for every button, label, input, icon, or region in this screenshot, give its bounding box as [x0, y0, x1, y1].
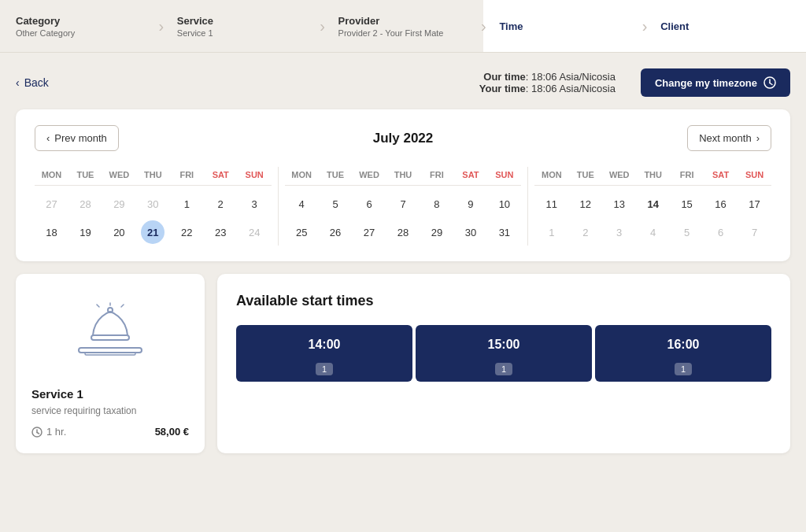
time-slot-1600[interactable]: 16:00 1: [595, 325, 771, 382]
available-times-title: Available start times: [236, 293, 771, 309]
day-header-thu-1: THU: [136, 167, 170, 183]
date-cell[interactable]: 30: [459, 220, 482, 244]
service-bell-icon: [71, 302, 150, 365]
date-cell[interactable]: 30: [141, 192, 165, 216]
change-timezone-button[interactable]: Change my timezone: [641, 68, 790, 97]
date-cell[interactable]: 31: [493, 220, 516, 244]
svg-point-4: [108, 308, 113, 312]
back-timezone-row: ‹ Back Our time: 18:06 Asia/Nicosia Your…: [16, 68, 790, 97]
breadcrumb-item-time[interactable]: Time ›: [483, 0, 645, 52]
date-cell[interactable]: 12: [574, 192, 597, 216]
date-cell[interactable]: 1: [540, 220, 564, 244]
day-header-mon-2: MON: [285, 167, 319, 183]
next-month-button[interactable]: Next month ›: [687, 125, 771, 151]
breadcrumb-item-category[interactable]: Category Other Category ›: [0, 0, 161, 52]
date-cell[interactable]: 3: [242, 192, 266, 216]
date-cell[interactable]: 28: [391, 220, 415, 244]
date-cell[interactable]: 27: [39, 192, 63, 216]
svg-line-9: [121, 305, 124, 307]
date-cell[interactable]: 22: [175, 220, 198, 244]
back-label: Back: [24, 76, 49, 89]
calendar-title: July 2022: [373, 131, 434, 146]
day-header-wed-2: WED: [353, 167, 386, 183]
date-cell[interactable]: 28: [73, 192, 97, 216]
time-slot-badge-2: 1: [495, 363, 512, 375]
day-header-fri-3: FRI: [670, 167, 704, 183]
date-cell[interactable]: 18: [39, 220, 63, 244]
week-block-3: MON TUE WED THU FRI SAT SUN 11 12 13 14 …: [534, 167, 771, 246]
svg-line-7: [97, 305, 99, 307]
date-cell[interactable]: 23: [209, 220, 232, 244]
date-cell[interactable]: 2: [209, 192, 232, 216]
our-time-value: 18:06 Asia/Nicosia: [531, 71, 616, 83]
breadcrumb-item-provider[interactable]: Provider Provider 2 - Your First Mate ›: [323, 0, 484, 52]
date-cell[interactable]: 4: [290, 192, 313, 216]
date-cell[interactable]: 9: [459, 192, 482, 216]
day-header-mon-3: MON: [534, 167, 568, 183]
time-slot-time-2: 15:00: [431, 338, 576, 352]
timezone-info: Our time: 18:06 Asia/Nicosia Your time: …: [479, 71, 616, 94]
date-cell[interactable]: 24: [242, 220, 266, 244]
date-cell[interactable]: 6: [709, 220, 733, 244]
date-cell[interactable]: 25: [290, 220, 313, 244]
bottom-section: Service 1 service requiring taxation 1 h…: [16, 274, 790, 453]
date-cell[interactable]: 7: [743, 220, 767, 244]
time-slot-time-1: 14:00: [252, 338, 397, 352]
clock-small-icon: [31, 427, 43, 438]
date-cell[interactable]: 29: [425, 220, 449, 244]
date-cell[interactable]: 11: [540, 192, 564, 216]
date-cell[interactable]: 17: [743, 192, 767, 216]
breadcrumb-client-label: Client: [660, 20, 689, 32]
date-cell[interactable]: 26: [324, 220, 347, 244]
day-header-fri-1: FRI: [170, 167, 204, 183]
your-time-value: 18:06 Asia/Nicosia: [531, 83, 616, 94]
date-cell[interactable]: 5: [324, 192, 347, 216]
date-cell-today[interactable]: 21: [141, 220, 165, 244]
back-button[interactable]: ‹ Back: [16, 76, 49, 89]
day-header-thu-3: THU: [636, 167, 670, 183]
date-cell[interactable]: 19: [73, 220, 97, 244]
prev-month-label: Prev month: [54, 132, 106, 144]
calendar-header: ‹ Prev month July 2022 Next month ›: [35, 125, 771, 151]
service-name: Service 1: [31, 387, 83, 401]
date-cell[interactable]: 20: [107, 220, 131, 244]
breadcrumb-time-label: Time: [499, 20, 523, 32]
date-cell[interactable]: 16: [709, 192, 733, 216]
breadcrumb-item-service[interactable]: Service Service 1 ›: [161, 0, 323, 52]
date-cell[interactable]: 7: [391, 192, 415, 216]
date-cell[interactable]: 2: [574, 220, 597, 244]
date-cell[interactable]: 13: [608, 192, 631, 216]
time-slot-1400[interactable]: 14:00 1: [236, 325, 412, 382]
week-block-1: MON TUE WED THU FRI SAT SUN 27 28 29 30 …: [35, 167, 272, 246]
date-cell[interactable]: 29: [107, 192, 131, 216]
date-cell[interactable]: 10: [493, 192, 516, 216]
date-cell[interactable]: 3: [608, 220, 631, 244]
day-header-tue-3: TUE: [568, 167, 602, 183]
date-cell[interactable]: 4: [641, 220, 665, 244]
date-cell[interactable]: 1: [175, 192, 198, 216]
breadcrumb-service-label: Service: [177, 15, 213, 27]
main-content: ‹ Back Our time: 18:06 Asia/Nicosia Your…: [0, 53, 806, 469]
time-slot-badge-3: 1: [675, 363, 692, 375]
day-header-sun-3: SUN: [738, 167, 771, 183]
time-slot-1500[interactable]: 15:00 1: [416, 325, 592, 382]
clock-icon: [763, 76, 776, 89]
svg-line-12: [37, 432, 39, 434]
your-time-row: Your time: 18:06 Asia/Nicosia: [479, 83, 616, 94]
date-cell[interactable]: 27: [357, 220, 381, 244]
breadcrumb-arrow-3: ›: [474, 17, 493, 35]
timezone-row: Our time: 18:06 Asia/Nicosia Your time: …: [479, 68, 790, 97]
svg-rect-5: [79, 348, 142, 353]
breadcrumb-category-label: Category: [16, 15, 75, 27]
date-cell[interactable]: 15: [675, 192, 699, 216]
svg-rect-6: [85, 353, 135, 355]
date-cell-14[interactable]: 14: [641, 192, 665, 216]
prev-month-button[interactable]: ‹ Prev month: [35, 125, 119, 151]
date-cell[interactable]: 6: [357, 192, 381, 216]
breadcrumb-item-client[interactable]: Client: [645, 0, 806, 52]
breadcrumb-arrow-4: ›: [635, 17, 654, 35]
breadcrumb-category-sub: Other Category: [16, 28, 75, 38]
date-cell[interactable]: 5: [675, 220, 699, 244]
svg-line-2: [770, 83, 772, 85]
date-cell[interactable]: 8: [425, 192, 449, 216]
